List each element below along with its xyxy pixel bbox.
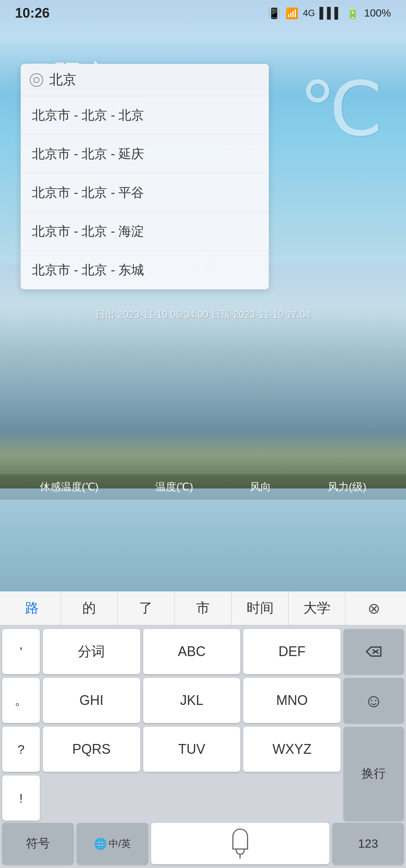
smiley-icon: ☺ <box>364 690 383 711</box>
delete-circle-icon: ⊗ <box>368 600 380 617</box>
suggestion-daxue[interactable]: 大学 <box>289 591 346 625</box>
weather-table-header: 休感温度(℃) 温度(℃) 风向 风力(级) <box>0 474 406 500</box>
col-temp: 温度(℃) <box>155 480 193 494</box>
search-icon-inner <box>33 77 39 83</box>
mic-line <box>239 855 241 859</box>
key-ghi[interactable]: GHI <box>43 678 140 723</box>
key-row-4 <box>43 776 341 821</box>
dropdown-item-1[interactable]: 北京市 - 北京 - 延庆 <box>21 135 269 174</box>
key-language[interactable]: 🌐 中/英 <box>77 823 148 864</box>
suggestion-le[interactable]: 了 <box>118 591 175 625</box>
key-row-3: PQRS TUV WXYZ <box>43 727 341 772</box>
col-feels-like: 休感温度(℃) <box>40 480 99 494</box>
mic-stand <box>236 850 245 855</box>
wifi-icon: 📶 <box>285 7 298 20</box>
key-question[interactable]: ? <box>2 727 40 772</box>
key-row-2: GHI JKL MNO <box>43 678 341 723</box>
key-fenci[interactable]: 分词 <box>43 629 140 674</box>
bottom-key-row: 符号 🌐 中/英 123 <box>0 823 406 868</box>
key-apostrophe[interactable]: ' <box>2 629 40 674</box>
col-wind-dir: 风向 <box>250 480 271 494</box>
suggestion-bar: 路 的 了 市 时间 大学 ⊗ <box>0 591 406 625</box>
key-symbol[interactable]: 符号 <box>2 823 74 864</box>
search-bar-row[interactable]: 北京 <box>21 64 269 96</box>
dropdown-item-3[interactable]: 北京市 - 北京 - 海淀 <box>21 212 269 251</box>
key-abc[interactable]: ABC <box>143 629 241 674</box>
punct-column: ' 。 ? ! <box>2 629 40 821</box>
alpha-grid: 分词 ABC DEF GHI JKL MNO <box>43 629 341 821</box>
col-wind-level: 风力(级) <box>328 480 367 494</box>
dropdown-list: 北京 北京市 - 北京 - 北京 北京市 - 北京 - 延庆 北京市 - 北京 … <box>21 64 269 289</box>
search-icon <box>30 73 43 87</box>
suggestion-lu[interactable]: 路 <box>4 591 61 625</box>
backspace-icon <box>364 644 383 659</box>
key-123[interactable]: 123 <box>332 823 404 864</box>
signal-bars: ▌▌▌ <box>320 7 342 19</box>
key-mno[interactable]: MNO <box>243 678 341 723</box>
mountain-background <box>0 263 406 488</box>
keys-main-area: ' 。 ? ! 分词 ABC DEF <box>0 625 406 823</box>
key-emoji[interactable]: ☺ <box>344 678 404 723</box>
sun-info: 日出 2023-11-10 06:34:00 日落 2023-11-10 17:… <box>0 308 406 321</box>
dropdown-item-0[interactable]: 北京市 - 北京 - 北京 <box>21 96 269 135</box>
key-enter[interactable]: 换行 <box>344 727 404 821</box>
suggestion-de[interactable]: 的 <box>61 591 118 625</box>
action-column: ☺ 换行 <box>344 629 404 821</box>
status-bar: 10:26 📳 📶 4G ▌▌▌ 🔋 100% <box>0 0 406 26</box>
weather-temp-symbol: ℃ <box>299 71 383 147</box>
microphone-icon <box>232 829 248 850</box>
key-wxyz[interactable]: WXYZ <box>243 727 341 772</box>
key-def[interactable]: DEF <box>243 629 341 674</box>
key-row-1: 分词 ABC DEF <box>43 629 341 674</box>
key-backspace[interactable] <box>344 629 404 674</box>
status-time: 10:26 <box>15 5 50 21</box>
keyboard: 路 的 了 市 时间 大学 ⊗ ' 。 <box>0 591 406 868</box>
key-tuv[interactable]: TUV <box>143 727 241 772</box>
status-icons: 📳 📶 4G ▌▌▌ 🔋 100% <box>268 7 391 20</box>
key-space[interactable] <box>151 823 330 864</box>
suggestion-delete[interactable]: ⊗ <box>345 591 402 625</box>
vibrate-icon: 📳 <box>268 7 281 20</box>
signal-icon: 4G <box>303 8 315 18</box>
dropdown-item-2[interactable]: 北京市 - 北京 - 平谷 <box>21 174 269 212</box>
dropdown-item-4[interactable]: 北京市 - 北京 - 东城 <box>21 251 269 289</box>
key-pqrs[interactable]: PQRS <box>43 727 140 772</box>
key-exclaim[interactable]: ! <box>2 776 40 821</box>
battery-icon: 🔋 <box>346 7 359 20</box>
key-jkl[interactable]: JKL <box>143 678 241 723</box>
battery-percentage: 100% <box>364 7 391 19</box>
search-input-text[interactable]: 北京 <box>49 71 76 89</box>
suggestion-shijian[interactable]: 时间 <box>232 591 289 625</box>
globe-icon: 🌐 <box>94 838 107 850</box>
suggestion-shi[interactable]: 市 <box>175 591 232 625</box>
key-period[interactable]: 。 <box>2 678 40 723</box>
